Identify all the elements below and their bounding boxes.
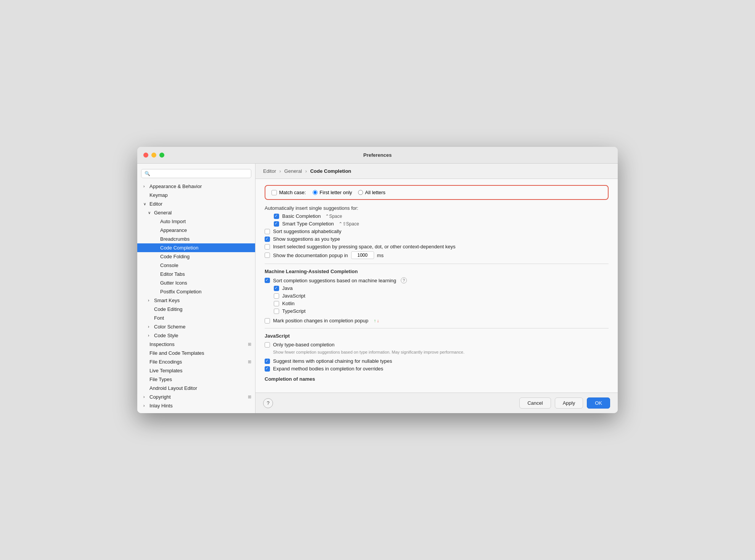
js-section-header: JavaScript	[265, 333, 609, 339]
sidebar-item-file-code-templates[interactable]: File and Code Templates	[137, 349, 255, 357]
mark-position-text: Mark position changes in completion popu…	[273, 318, 368, 323]
sidebar-item-appearance-behavior[interactable]: › Appearance & Behavior	[137, 182, 255, 191]
sidebar-item-postfix-completion[interactable]: Postfix Completion	[137, 287, 255, 296]
js-type-based-text: Only type-based completion	[273, 342, 334, 348]
ml-java-checkbox[interactable]	[274, 286, 279, 291]
ml-sort-row: Sort completion suggestions based on mac…	[265, 277, 609, 283]
ml-section-header: Machine Learning-Assisted Completion	[265, 269, 609, 274]
sidebar-item-inlay-hints[interactable]: › Inlay Hints	[137, 401, 255, 410]
js-expand-method-checkbox[interactable]	[265, 366, 270, 372]
sidebar-item-label: Color Scheme	[154, 324, 185, 330]
sidebar-item-label: Editor Tabs	[160, 271, 185, 277]
show-as-you-type-checkbox[interactable]	[265, 237, 270, 242]
no-chevron	[154, 272, 159, 276]
smart-type-checkbox[interactable]	[274, 221, 279, 227]
sidebar-item-code-editing[interactable]: Code Editing	[137, 305, 255, 314]
all-letters-radio[interactable]	[358, 190, 363, 195]
apply-button[interactable]: Apply	[555, 397, 583, 409]
sidebar-item-label: Font	[154, 315, 164, 321]
sidebar-item-label: Postfix Completion	[160, 289, 201, 294]
bottom-right-buttons: Cancel Apply OK	[519, 397, 610, 409]
inspections-badge: ⊞	[248, 342, 251, 347]
js-type-based-desc: Show fewer completion suggestions based …	[265, 349, 609, 355]
sidebar-item-console[interactable]: Console	[137, 261, 255, 270]
js-type-based-checkbox[interactable]	[265, 342, 270, 348]
sidebar-item-inspections[interactable]: Inspections ⊞	[137, 340, 255, 349]
breadcrumb-general: General	[284, 168, 302, 174]
chevron-right-icon: ›	[148, 333, 153, 338]
first-letter-only-label[interactable]: First letter only	[313, 190, 352, 195]
sort-alphabetically-row: Sort suggestions alphabetically	[265, 229, 609, 234]
sidebar-item-code-completion[interactable]: Code Completion	[137, 243, 255, 252]
chevron-right-icon: ›	[143, 184, 148, 188]
js-optional-chaining-checkbox[interactable]	[265, 359, 270, 364]
sidebar-item-keymap[interactable]: Keymap	[137, 191, 255, 200]
search-box[interactable]: 🔍	[141, 169, 251, 178]
sidebar-item-breadcrumbs[interactable]: Breadcrumbs	[137, 235, 255, 243]
help-icon[interactable]: ?	[401, 277, 407, 283]
sidebar-item-auto-import[interactable]: Auto Import	[137, 217, 255, 226]
mark-position-row: Mark position changes in completion popu…	[265, 318, 609, 323]
breadcrumb: Editor › General › Code Completion	[255, 164, 618, 179]
minimize-button[interactable]	[151, 153, 156, 158]
chevron-right-icon: ›	[143, 404, 148, 408]
sidebar-item-editor[interactable]: ∨ Editor	[137, 200, 255, 208]
basic-completion-checkbox[interactable]	[274, 214, 279, 219]
ml-java-row: Java	[265, 285, 609, 291]
close-button[interactable]	[143, 153, 148, 158]
no-chevron	[154, 237, 159, 241]
sidebar-item-file-encodings[interactable]: File Encodings ⊞	[137, 357, 255, 366]
maximize-button[interactable]	[159, 153, 164, 158]
no-chevron	[154, 228, 159, 232]
ml-kotlin-checkbox[interactable]	[274, 301, 279, 306]
popup-ms-input[interactable]	[351, 251, 374, 259]
js-expand-method-row: Expand method bodies in completion for o…	[265, 366, 609, 372]
match-case-checkbox[interactable]	[271, 190, 277, 195]
cancel-button[interactable]: Cancel	[519, 397, 551, 409]
breadcrumb-sep-1: ›	[280, 168, 281, 174]
ml-sort-checkbox[interactable]	[265, 278, 270, 283]
sidebar-item-label: Appearance & Behavior	[149, 183, 202, 189]
sidebar-item-live-templates[interactable]: Live Templates	[137, 366, 255, 375]
all-letters-text: All letters	[365, 190, 385, 195]
sidebar-item-smart-keys[interactable]: › Smart Keys	[137, 296, 255, 305]
sidebar: 🔍 › Appearance & Behavior Keymap ∨ Edito…	[137, 164, 255, 413]
sidebar-item-code-style[interactable]: › Code Style	[137, 331, 255, 340]
sidebar-item-color-scheme[interactable]: › Color Scheme	[137, 322, 255, 331]
sidebar-item-appearance[interactable]: Appearance	[137, 226, 255, 235]
sidebar-item-file-types[interactable]: File Types	[137, 375, 255, 384]
ms-unit: ms	[377, 253, 384, 258]
show-doc-popup-checkbox[interactable]	[265, 253, 270, 258]
help-button[interactable]: ?	[263, 398, 273, 408]
basic-completion-shortcut: ⌃Space	[325, 214, 342, 219]
search-input[interactable]	[152, 171, 248, 176]
sidebar-item-android-layout-editor[interactable]: Android Layout Editor	[137, 384, 255, 393]
ml-typescript-checkbox[interactable]	[274, 309, 279, 314]
divider-1	[265, 264, 609, 264]
first-letter-only-radio[interactable]	[313, 190, 318, 195]
sidebar-item-code-folding[interactable]: Code Folding	[137, 252, 255, 261]
ml-typescript-row: TypeScript	[265, 308, 609, 314]
sidebar-item-label: Smart Keys	[154, 298, 180, 303]
match-case-box: Match case: First letter only All letter…	[265, 185, 609, 200]
main-content: 🔍 › Appearance & Behavior Keymap ∨ Edito…	[137, 164, 618, 413]
sidebar-item-font[interactable]: Font	[137, 314, 255, 322]
mark-position-checkbox[interactable]	[265, 318, 270, 323]
breadcrumb-editor: Editor	[263, 168, 276, 174]
sidebar-item-editor-tabs[interactable]: Editor Tabs	[137, 270, 255, 278]
first-letter-only-text: First letter only	[320, 190, 352, 195]
match-case-label[interactable]: Match case:	[271, 190, 306, 195]
ok-button[interactable]: OK	[587, 397, 610, 409]
insert-by-space-checkbox[interactable]	[265, 244, 270, 249]
sort-alphabetically-checkbox[interactable]	[265, 229, 270, 234]
no-chevron	[154, 219, 159, 224]
js-optional-chaining-text: Suggest items with optional chaining for…	[273, 358, 392, 364]
chevron-right-icon: ›	[148, 325, 153, 329]
sidebar-item-gutter-icons[interactable]: Gutter Icons	[137, 278, 255, 287]
all-letters-label[interactable]: All letters	[358, 190, 385, 195]
basic-completion-text: Basic Completion	[282, 213, 321, 219]
ml-javascript-checkbox[interactable]	[274, 293, 279, 299]
sidebar-item-general[interactable]: ∨ General	[137, 208, 255, 217]
no-chevron	[143, 193, 148, 197]
sidebar-item-copyright[interactable]: › Copyright ⊞	[137, 393, 255, 401]
